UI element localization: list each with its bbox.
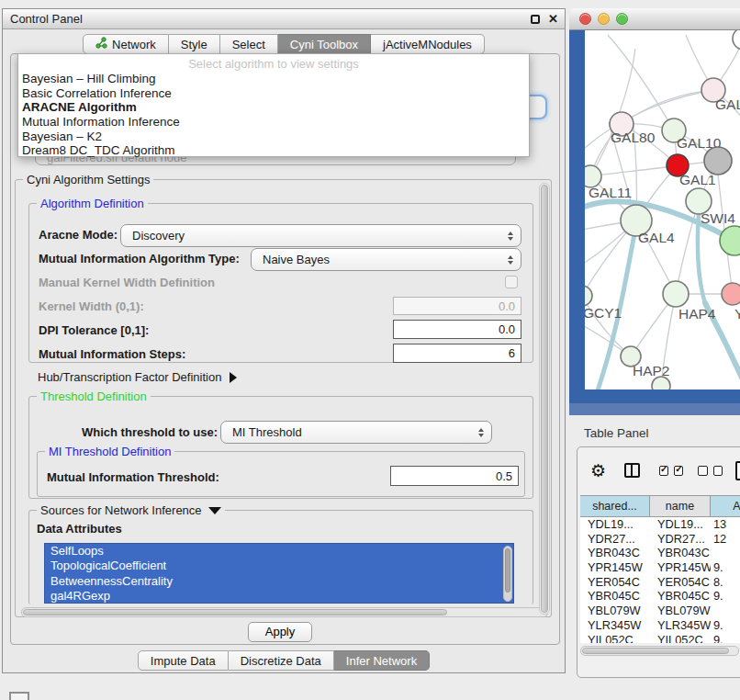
close-icon[interactable]: ✕ — [548, 13, 558, 25]
table-cell[interactable] — [711, 604, 740, 618]
table-cell[interactable]: 8. — [711, 575, 740, 590]
restore-icon[interactable] — [531, 15, 540, 24]
bottom-tab-infer-network[interactable]: Infer Network — [334, 650, 430, 671]
hub-definition-toggle[interactable]: Hub/Transcription Factor Definition — [38, 370, 237, 384]
table-cell[interactable]: YER054C — [580, 575, 650, 590]
table-header-row: shared...nameA — [580, 495, 740, 517]
table-cell[interactable]: YLR345W — [580, 618, 650, 633]
tab-jactivemnodules[interactable]: jActiveMNodules — [371, 34, 485, 54]
collapsed-panel-icon[interactable] — [9, 692, 29, 700]
table-cell[interactable]: 9. — [711, 633, 740, 644]
table-horizontal-scrollbar[interactable] — [580, 646, 739, 656]
table-cell[interactable]: YER054C — [650, 575, 711, 590]
table-cell[interactable]: 9. — [711, 560, 740, 575]
table-row[interactable]: YBL079WYBL079W — [580, 604, 740, 618]
algorithm-option[interactable]: Basic Correlation Inference — [18, 86, 529, 101]
network-node[interactable] — [704, 147, 732, 175]
network-window-titlebar[interactable] — [569, 8, 740, 30]
table-cell[interactable]: YLR345W — [650, 618, 711, 633]
mi-steps-value: 6 — [509, 346, 515, 360]
network-canvas[interactable]: GALGAL80GAL10GAL1GAL11SWI4GAL4GCY1HAP4YH… — [585, 30, 740, 390]
checked-box-icon[interactable] — [659, 466, 668, 476]
minimize-traffic-light-icon[interactable] — [598, 13, 610, 25]
aracne-mode-combo[interactable]: Discovery — [120, 224, 521, 247]
kernel-width-field[interactable]: 0.0 — [393, 297, 521, 315]
mi-threshold-field[interactable]: 0.5 — [390, 466, 519, 486]
attribute-item[interactable]: TopologicalCoefficient — [45, 559, 513, 573]
tab-style[interactable]: Style — [169, 34, 220, 54]
network-node[interactable] — [652, 377, 670, 390]
mi-steps-field[interactable]: 6 — [393, 344, 521, 363]
close-traffic-light-icon[interactable] — [579, 13, 591, 25]
table-row[interactable]: YPR145WYPR145W9. — [580, 560, 740, 575]
table-cell[interactable]: 12 — [711, 532, 740, 547]
unchecked-box-icon[interactable] — [698, 466, 707, 476]
table-cell[interactable]: 9. — [711, 618, 740, 633]
mi-type-label: Mutual Information Algorithm Type: — [39, 252, 240, 265]
table-cell[interactable]: YBR043C — [650, 546, 711, 560]
algorithm-option[interactable]: Dream8 DC_TDC Algorithm — [18, 143, 529, 158]
table-cell[interactable]: YDR27... — [650, 532, 711, 547]
algorithm-option[interactable]: Bayesian – K2 — [18, 130, 529, 144]
settings-horizontal-scrollbar[interactable] — [21, 607, 548, 617]
bottom-tab-impute-data[interactable]: Impute Data — [138, 650, 229, 671]
tab-network[interactable]: Network — [83, 34, 169, 54]
table-cell[interactable]: YDR27... — [580, 532, 650, 547]
data-attributes-list[interactable]: SelfLoopsTopologicalCoefficientBetweenne… — [44, 543, 514, 604]
table-cell[interactable]: YBR045C — [650, 589, 711, 604]
table-row[interactable]: YDL19...YDL19...13 — [580, 517, 740, 532]
table-cell[interactable]: YIL052C — [650, 633, 711, 644]
network-node[interactable] — [585, 286, 592, 306]
attribute-item[interactable]: SelfLoops — [45, 544, 513, 559]
table-cell[interactable]: YPR145W — [580, 560, 650, 575]
column-header[interactable]: name — [650, 496, 711, 516]
table-row[interactable]: YBR043CYBR043C — [580, 546, 740, 560]
algorithm-combo-fragment[interactable] — [527, 95, 547, 119]
dpi-tolerance-field[interactable]: 0.0 — [393, 320, 521, 339]
attributes-list-scrollbar[interactable] — [503, 546, 512, 602]
table-row[interactable]: YER054CYER054C8. — [580, 575, 740, 590]
table-cell[interactable]: YIL052C — [580, 633, 650, 644]
table-cell[interactable]: YBL079W — [580, 604, 650, 618]
mi-type-combo[interactable]: Naive Bayes — [251, 248, 521, 271]
table-cell[interactable]: YBR043C — [580, 546, 650, 560]
network-node[interactable] — [663, 281, 689, 307]
attribute-item[interactable]: gal4RGexp — [45, 589, 513, 604]
algorithm-option[interactable]: Bayesian – Hill Climbing — [18, 72, 529, 86]
table-row[interactable]: YIL052CYIL052C9. — [580, 633, 740, 644]
gear-icon[interactable]: ⚙ — [590, 462, 606, 480]
table-row[interactable]: YLR345WYLR345W9. — [580, 618, 740, 633]
network-node[interactable] — [720, 226, 740, 255]
table-cell[interactable]: YDL19... — [650, 517, 711, 532]
attribute-item[interactable]: BetweennessCentrality — [45, 574, 513, 589]
zoom-traffic-light-icon[interactable] — [616, 13, 628, 25]
table-cell[interactable] — [711, 546, 740, 560]
document-icon[interactable] — [735, 461, 740, 480]
apply-button[interactable]: Apply — [248, 622, 312, 642]
table-cell[interactable]: YBR045C — [580, 589, 650, 604]
algorithm-option[interactable]: Mutual Information Inference — [18, 115, 529, 130]
table-cell[interactable]: 13 — [711, 517, 740, 532]
table-cell[interactable]: YPR145W — [650, 560, 711, 575]
bottom-tab-discretize-data[interactable]: Discretize Data — [229, 650, 334, 671]
manual-kernel-checkbox[interactable] — [505, 276, 518, 288]
table-row[interactable]: YDR27...YDR27...12 — [580, 532, 740, 547]
algorithm-option[interactable]: ARACNE Algorithm — [18, 100, 529, 115]
column-header[interactable]: shared... — [580, 496, 650, 516]
checked-box-icon[interactable] — [674, 466, 683, 476]
tab-select[interactable]: Select — [220, 34, 278, 54]
settings-vertical-scrollbar[interactable] — [539, 183, 550, 615]
unchecked-box-icon[interactable] — [713, 466, 723, 476]
network-node[interactable] — [733, 30, 740, 50]
table-cell[interactable]: 9. — [711, 589, 740, 604]
column-header[interactable]: A — [711, 496, 740, 516]
which-threshold-combo[interactable]: MI Threshold — [220, 421, 492, 444]
sources-group-toggle[interactable]: Sources for Network Inference — [37, 503, 225, 517]
control-panel-titlebar[interactable]: Control Panel ✕ — [3, 9, 565, 29]
table-cell[interactable]: YBL079W — [650, 604, 711, 618]
network-node[interactable] — [722, 283, 740, 305]
split-columns-icon[interactable] — [624, 463, 640, 478]
table-row[interactable]: YBR045CYBR045C9. — [580, 589, 740, 604]
table-cell[interactable]: YDL19... — [580, 517, 650, 532]
tab-cyni-toolbox[interactable]: Cyni Toolbox — [278, 34, 371, 54]
